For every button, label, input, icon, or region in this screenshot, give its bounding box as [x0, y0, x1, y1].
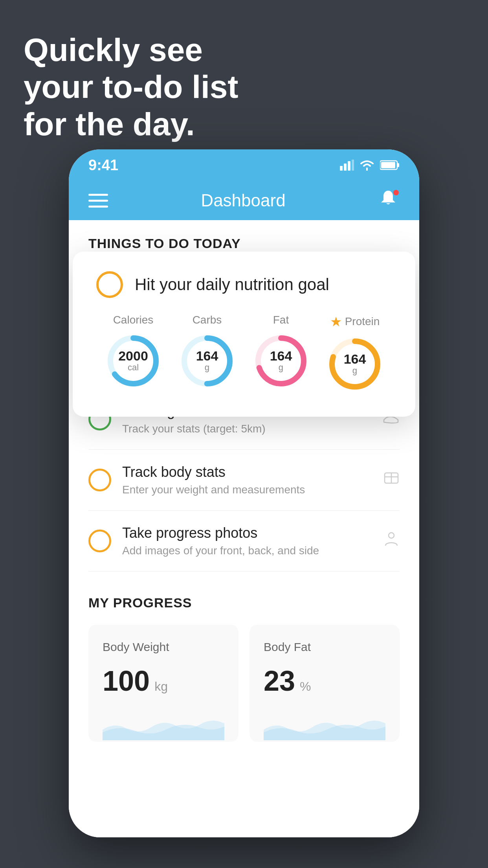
- nutrition-check-circle[interactable]: [96, 271, 123, 298]
- svg-rect-3: [352, 160, 354, 171]
- status-bar: 9:41: [69, 149, 419, 181]
- progress-card-title: Body Weight: [103, 640, 224, 654]
- headline-line3: for the day.: [24, 106, 238, 143]
- donut-center: 164 g: [344, 352, 366, 376]
- nutrition-label: Carbs: [193, 314, 222, 326]
- svg-rect-2: [348, 161, 350, 171]
- headline-line2: your to-do list: [24, 68, 238, 105]
- donut-unit: g: [344, 366, 366, 376]
- progress-unit: %: [300, 679, 311, 694]
- list-item-text: Take progress photos Add images of your …: [122, 525, 372, 557]
- svg-rect-6: [397, 163, 399, 167]
- list-check-circle: [88, 469, 111, 491]
- nutrition-card-title: Hit your daily nutrition goal: [135, 275, 329, 294]
- donut-ring: 164 g: [178, 332, 236, 390]
- list-item-icon: [383, 531, 400, 551]
- nutrition-label: Protein: [345, 315, 380, 328]
- donut-center: 2000 cal: [118, 349, 148, 373]
- progress-card-value: 23 %: [264, 665, 385, 697]
- donut-value: 2000: [118, 349, 148, 362]
- nutrition-card: Hit your daily nutrition goal Calories 2…: [73, 252, 415, 417]
- donut-unit: cal: [118, 362, 148, 373]
- list-item-subtitle: Enter your weight and measurements: [122, 484, 372, 496]
- battery-icon: [380, 160, 400, 170]
- progress-card-title: Body Fat: [264, 640, 385, 654]
- progress-number: 23: [264, 665, 295, 697]
- list-item-subtitle: Track your stats (target: 5km): [122, 423, 372, 435]
- donut-center: 164 g: [196, 349, 218, 373]
- list-check-circle: [88, 530, 111, 552]
- star-icon: ★: [330, 314, 342, 329]
- nutrition-label: Fat: [273, 314, 289, 326]
- nutrition-item: Fat 164 g: [252, 314, 310, 390]
- wifi-icon: [360, 160, 374, 171]
- progress-section: MY PROGRESS Body Weight 100 kg Body Fat …: [69, 572, 419, 758]
- phone-shell: 9:41 Dashboard: [69, 149, 419, 837]
- nutrition-item: Calories 2000 cal: [104, 314, 162, 390]
- nutrition-item: ★Protein 164 g: [326, 314, 384, 393]
- nav-title: Dashboard: [201, 191, 285, 210]
- donut-unit: g: [270, 362, 292, 373]
- nutrition-label: Calories: [113, 314, 154, 326]
- list-item-title: Take progress photos: [122, 525, 372, 541]
- donut-center: 164 g: [270, 349, 292, 373]
- progress-card[interactable]: Body Weight 100 kg: [88, 625, 238, 742]
- donut-value: 164: [270, 349, 292, 362]
- nutrition-item: Carbs 164 g: [178, 314, 236, 390]
- notification-bell[interactable]: [378, 189, 400, 212]
- donut-ring: 164 g: [326, 335, 384, 393]
- donut-value: 164: [196, 349, 218, 362]
- list-item-subtitle: Add images of your front, back, and side: [122, 544, 372, 557]
- donut-unit: g: [196, 362, 218, 373]
- donut-ring: 164 g: [252, 332, 310, 390]
- menu-icon[interactable]: [88, 194, 108, 208]
- nutrition-circles: Calories 2000 cal Carbs 164 g Fat: [96, 314, 392, 393]
- notification-dot: [393, 189, 400, 196]
- status-time: 9:41: [88, 157, 118, 174]
- donut-ring: 2000 cal: [104, 332, 162, 390]
- content-area: THINGS TO DO TODAY Hit your daily nutrit…: [69, 220, 419, 837]
- svg-rect-5: [381, 162, 395, 168]
- svg-rect-1: [344, 164, 347, 171]
- status-icons: [340, 160, 400, 171]
- svg-rect-0: [340, 166, 343, 171]
- headline: Quickly see your to-do list for the day.: [24, 31, 238, 143]
- svg-point-18: [389, 533, 394, 538]
- progress-header: MY PROGRESS: [88, 595, 400, 611]
- list-item[interactable]: Track body stats Enter your weight and m…: [88, 450, 400, 511]
- donut-value: 164: [344, 352, 366, 366]
- list-item-text: Track body stats Enter your weight and m…: [122, 464, 372, 496]
- list-item-title: Track body stats: [122, 464, 372, 480]
- list-item-icon: [383, 470, 400, 490]
- list-item[interactable]: Take progress photos Add images of your …: [88, 511, 400, 572]
- progress-number: 100: [103, 665, 150, 697]
- nav-bar: Dashboard: [69, 181, 419, 220]
- nutrition-card-header: Hit your daily nutrition goal: [96, 271, 392, 298]
- progress-unit: kg: [154, 679, 168, 694]
- progress-card[interactable]: Body Fat 23 %: [250, 625, 400, 742]
- nutrition-label-row: ★Protein: [330, 314, 380, 329]
- progress-card-value: 100 kg: [103, 665, 224, 697]
- signal-icon: [340, 160, 354, 171]
- headline-line1: Quickly see: [24, 31, 238, 68]
- progress-cards: Body Weight 100 kg Body Fat 23 %: [88, 625, 400, 742]
